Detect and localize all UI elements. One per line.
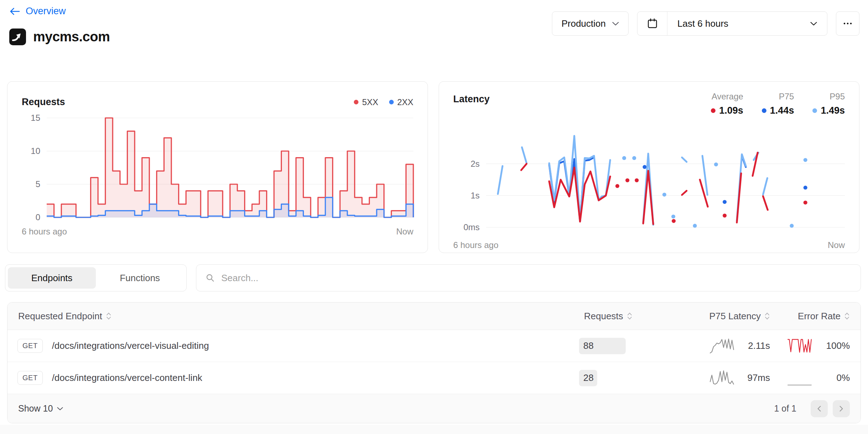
latency-stat-p95: P95 1.49s	[812, 92, 845, 116]
endpoint-cell: GET /docs/integrations/vercel-content-li…	[7, 371, 579, 385]
x-axis-end-label: Now	[828, 240, 845, 250]
time-range-value: Last 6 hours	[677, 18, 728, 29]
chevron-down-icon	[612, 22, 619, 26]
p75-latency-cell: 2.11s	[697, 337, 775, 355]
search-icon	[206, 273, 215, 283]
calendar-icon	[647, 18, 658, 29]
requests-count-bar: 28	[579, 370, 597, 386]
error-rate-sparkline	[787, 369, 812, 387]
column-header-label: Error Rate	[798, 311, 841, 322]
requests-cell: 88	[579, 338, 697, 354]
page-title: mycms.com	[33, 29, 110, 45]
p75-latency-value: 97ms	[739, 372, 770, 383]
column-header-label: Requests	[584, 311, 623, 322]
p75-latency-value: 2.11s	[739, 340, 770, 351]
legend-label-5xx: 5XX	[362, 97, 378, 107]
latency-stat-p75: P75 1.44s	[762, 92, 794, 116]
legend-item-2xx: 2XX	[389, 97, 413, 107]
error-rate-value: 100%	[818, 340, 850, 351]
requests-count: 88	[583, 340, 594, 351]
latency-chart-plot[interactable]	[486, 124, 845, 234]
latency-x-axis: 6 hours ago Now	[453, 240, 845, 250]
requests-chart-svg	[47, 110, 413, 221]
chevron-down-icon	[57, 407, 63, 410]
error-rate-value: 0%	[818, 372, 850, 383]
table-header-row: Requested Endpoint Requests P75 Latency …	[7, 303, 861, 330]
header-controls: Production Last 6 hours	[552, 11, 859, 36]
error-rate-cell: 100%	[775, 337, 861, 355]
sort-icon	[844, 311, 850, 321]
stat-label: P75	[779, 92, 794, 102]
requests-count: 28	[583, 372, 594, 383]
column-header-p75-latency[interactable]: P75 Latency	[697, 311, 775, 322]
page-size-select[interactable]: Show 10	[18, 403, 63, 414]
page-size-label: Show 10	[18, 403, 53, 414]
stat-dot-p95	[812, 108, 817, 113]
next-page-button[interactable]	[833, 400, 850, 417]
stat-label: P95	[830, 92, 845, 102]
endpoints-table: Requested Endpoint Requests P75 Latency …	[7, 302, 861, 423]
charts-row: Requests 5XX 2XX 051015 6 hours ago Now	[7, 81, 859, 253]
latency-y-axis: 0ms1s2s	[453, 124, 486, 234]
latency-card: Latency Average 1.09s P75 1.44s P95 1.49…	[439, 81, 859, 253]
project-logo-icon	[9, 29, 26, 45]
requests-y-axis: 051015	[22, 110, 47, 221]
back-link-overview[interactable]: Overview	[9, 6, 66, 17]
environment-select[interactable]: Production	[552, 11, 629, 36]
stat-value: 1.09s	[719, 105, 743, 116]
search-box[interactable]	[196, 264, 861, 291]
http-method-badge: GET	[17, 371, 43, 385]
error-rate-sparkline	[787, 337, 812, 355]
requests-chart-plot[interactable]	[47, 110, 413, 221]
pagination-info: 1 of 1	[774, 403, 796, 414]
sort-icon	[106, 311, 112, 321]
sort-icon	[764, 311, 770, 321]
requests-card: Requests 5XX 2XX 051015 6 hours ago Now	[7, 81, 428, 253]
calendar-button[interactable]	[637, 12, 667, 35]
stat-value: 1.44s	[770, 105, 794, 116]
latency-stat-average: Average 1.09s	[711, 92, 743, 116]
p75-latency-cell: 97ms	[697, 369, 775, 387]
tab-endpoints[interactable]: Endpoints	[8, 267, 96, 289]
requests-card-title: Requests	[22, 97, 65, 108]
environment-select-value: Production	[562, 18, 606, 29]
requests-count-bar: 88	[579, 338, 626, 354]
project-title-row: mycms.com	[9, 29, 110, 45]
requests-legend: 5XX 2XX	[354, 97, 413, 107]
legend-item-5xx: 5XX	[354, 97, 378, 107]
chevron-right-icon	[839, 405, 843, 412]
previous-page-button[interactable]	[811, 400, 828, 417]
stat-label: Average	[712, 92, 743, 102]
table-row[interactable]: GET /docs/integrations/vercel-visual-edi…	[7, 330, 861, 362]
legend-label-2xx: 2XX	[397, 97, 413, 107]
ellipsis-icon	[842, 18, 853, 29]
chevron-left-icon	[817, 405, 821, 412]
column-header-label: Requested Endpoint	[18, 311, 102, 322]
column-header-error-rate[interactable]: Error Rate	[775, 311, 861, 322]
stat-dot-average	[711, 108, 715, 113]
tab-functions[interactable]: Functions	[96, 267, 184, 289]
search-input[interactable]	[221, 273, 851, 284]
requests-cell: 28	[579, 370, 697, 386]
endpoint-path: /docs/integrations/vercel-visual-editing	[52, 340, 209, 351]
latency-chart-svg	[486, 124, 845, 234]
x-axis-start-label: 6 hours ago	[453, 240, 498, 250]
sort-icon	[627, 311, 632, 321]
x-axis-end-label: Now	[396, 227, 413, 237]
requests-x-axis: 6 hours ago Now	[22, 227, 413, 237]
time-range-select[interactable]: Last 6 hours	[637, 11, 827, 36]
table-row[interactable]: GET /docs/integrations/vercel-content-li…	[7, 362, 861, 394]
more-options-button[interactable]	[836, 11, 859, 36]
arrow-left-icon	[9, 6, 20, 16]
x-axis-start-label: 6 hours ago	[22, 227, 67, 237]
back-link-label: Overview	[26, 6, 66, 17]
latency-sparkline	[709, 337, 734, 355]
endpoint-cell: GET /docs/integrations/vercel-visual-edi…	[7, 339, 579, 353]
column-header-requests[interactable]: Requests	[579, 311, 697, 322]
chevron-down-icon	[810, 22, 817, 26]
table-footer: Show 10 1 of 1	[7, 394, 861, 423]
endpoint-path: /docs/integrations/vercel-content-link	[52, 372, 202, 383]
http-method-badge: GET	[17, 339, 43, 353]
column-header-requested-endpoint[interactable]: Requested Endpoint	[7, 311, 579, 322]
legend-dot-2xx	[389, 100, 394, 104]
